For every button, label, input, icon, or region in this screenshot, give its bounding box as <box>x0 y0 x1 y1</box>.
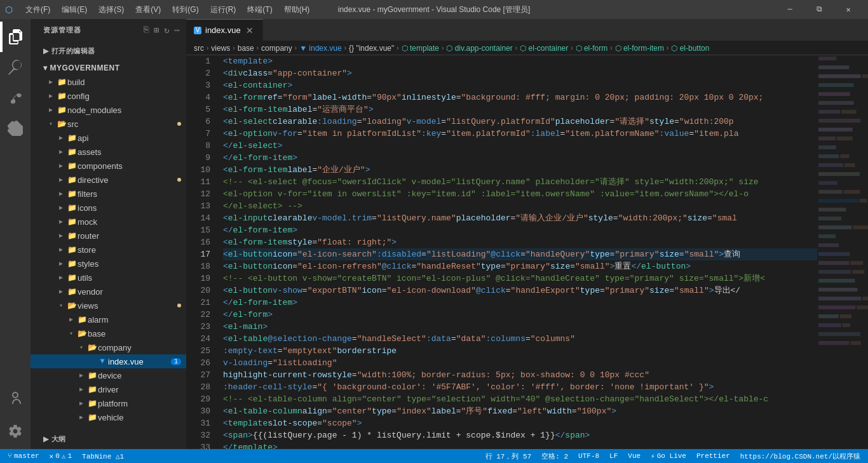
breadcrumb-template[interactable]: ⬡ template <box>402 44 439 53</box>
warning-icon: ⚠ <box>62 452 66 460</box>
tree-item-alarm[interactable]: ▶ 📁 alarm <box>31 312 186 326</box>
refresh-icon[interactable]: ↻ <box>163 23 170 37</box>
breadcrumb-el-container[interactable]: ⬡ el-container <box>520 44 568 53</box>
tree-item-components[interactable]: ▶ 📁 components <box>31 159 186 173</box>
tree-label: utils <box>78 273 92 283</box>
tree-item-directive[interactable]: ▶ 📁 directive <box>31 173 186 187</box>
tree-label: node_modules <box>67 105 121 115</box>
menu-select[interactable]: 选择(S) <box>93 3 129 17</box>
activity-search[interactable] <box>0 52 31 83</box>
menu-terminal[interactable]: 终端(T) <box>242 3 277 17</box>
activity-extensions[interactable] <box>0 113 31 144</box>
tree-label: views <box>78 301 98 311</box>
encoding[interactable]: UTF-8 <box>576 449 602 463</box>
errors-count[interactable]: ✕ 0 ⚠ 1 <box>47 449 74 463</box>
tree-item-company[interactable]: ▾ 📂 company <box>31 340 186 354</box>
activity-source-control[interactable] <box>0 83 31 113</box>
editor-area: V index.vue ✕ src › views › base › compa… <box>186 19 868 449</box>
tree-item-styles[interactable]: ▶ 📁 styles <box>31 257 186 271</box>
tree-item-icons[interactable]: ▶ 📁 icons <box>31 201 186 215</box>
activity-account[interactable] <box>0 383 31 413</box>
tree-item-src[interactable]: ▾ 📂 src <box>31 117 186 131</box>
language-mode[interactable]: Vue <box>625 449 643 463</box>
window-controls: ─ ⧉ ✕ <box>775 0 863 19</box>
tabnine-status[interactable]: TabNine △1 <box>79 449 126 463</box>
code-content[interactable]: <template> <div class="app-container"> <… <box>218 55 817 449</box>
go-live[interactable]: ⚡ Go Live <box>648 449 689 463</box>
minimize-button[interactable]: ─ <box>775 0 804 19</box>
title-bar: ⬡ 文件(F) 编辑(E) 选择(S) 查看(V) 转到(G) 运行(R) 终端… <box>0 0 868 19</box>
code-line-19: <!-- <el-button v-show="createBTN" icon=… <box>223 272 817 285</box>
collapse-icon[interactable]: ⋯ <box>173 23 181 37</box>
breadcrumb-vuefile[interactable]: ▼ index.vue <box>299 44 342 53</box>
tree-item-router[interactable]: ▶ 📁 router <box>31 229 186 243</box>
new-folder-icon[interactable]: ⊞ <box>153 23 160 37</box>
activity-explorer[interactable] <box>0 22 31 52</box>
tab-index-vue[interactable]: V index.vue ✕ <box>186 19 263 41</box>
go-live-label: Go Live <box>657 452 686 460</box>
tree-item-mock[interactable]: ▶ 📁 mock <box>31 215 186 229</box>
breadcrumb-views[interactable]: views <box>211 44 230 53</box>
tree-item-store[interactable]: ▶ 📁 store <box>31 243 186 257</box>
tree-item-device[interactable]: ▶ 📁 device <box>31 368 186 382</box>
tree-item-platform[interactable]: ▶ 📁 platform <box>31 396 186 410</box>
tree-item-vehicle[interactable]: ▶ 📁 vehicle <box>31 410 186 424</box>
code-line-33: </template> <box>223 441 817 449</box>
cursor-position[interactable]: 行 17，列 57 <box>483 449 534 463</box>
code-line-5: <el-form-item label="运营商平台"> <box>223 104 817 116</box>
menu-run[interactable]: 运行(R) <box>205 3 241 17</box>
folder-icon: 📁 <box>66 133 78 143</box>
menu-goto[interactable]: 转到(G) <box>167 3 203 17</box>
menu-edit[interactable]: 编辑(E) <box>57 3 92 17</box>
breadcrumb-el-button[interactable]: ⬡ el-button <box>671 44 709 53</box>
menu-help[interactable]: 帮助(H) <box>279 3 315 17</box>
tree-item-vendor[interactable]: ▶ 📁 vendor <box>31 285 186 299</box>
tab-close-button[interactable]: ✕ <box>245 25 255 36</box>
tree-item-api[interactable]: ▶ 📁 api <box>31 131 186 145</box>
code-line-28: :header-cell-style="{ 'background-color'… <box>223 381 817 393</box>
sidebar-content: ▶ 打开的编辑器 ▾ MYGOVERNMENT ▶ 📁 build ▶ 📁 co… <box>31 41 186 449</box>
folder-open-icon: 📂 <box>66 301 78 311</box>
maximize-button[interactable]: ⧉ <box>804 0 834 19</box>
tree-label: store <box>78 245 96 255</box>
sidebar-header: 资源管理器 ⎘ ⊞ ↻ ⋯ <box>31 19 186 41</box>
breadcrumb-div[interactable]: ⬡ div.app-container <box>446 44 513 53</box>
menu-view[interactable]: 查看(V) <box>130 3 166 17</box>
breadcrumb-company[interactable]: company <box>261 44 292 53</box>
activity-settings[interactable] <box>0 416 31 446</box>
tree-item-index-vue[interactable]: ▶ ▼ index.vue 1 <box>31 354 186 368</box>
breadcrumb-el-form-item[interactable]: ⬡ el-form-item <box>615 44 664 53</box>
line-ending[interactable]: LF <box>607 449 620 463</box>
open-editors-section[interactable]: ▶ 打开的编辑器 <box>31 41 186 58</box>
prettier[interactable]: Prettier <box>694 449 733 463</box>
git-branch[interactable]: ⑂ master <box>5 449 42 463</box>
tree-item-build[interactable]: ▶ 📁 build <box>31 75 186 89</box>
code-line-13: </el-select> --> <box>223 200 817 212</box>
tree-item-config[interactable]: ▶ 📁 config <box>31 89 186 103</box>
tree-item-views[interactable]: ▾ 📂 views <box>31 299 186 312</box>
folder-icon: 📁 <box>66 231 78 241</box>
project-section[interactable]: ▾ MYGOVERNMENT <box>31 58 186 75</box>
close-button[interactable]: ✕ <box>834 0 863 19</box>
indent-spaces[interactable]: 空格: 2 <box>539 449 571 463</box>
new-file-icon[interactable]: ⎘ <box>142 23 150 37</box>
breadcrumb-el-form[interactable]: ⬡ el-form <box>576 44 608 53</box>
tree-item-driver[interactable]: ▶ 📁 driver <box>31 382 186 396</box>
outline-section[interactable]: ▶ 大纲 <box>31 429 186 446</box>
tree-item-utils[interactable]: ▶ 📁 utils <box>31 271 186 285</box>
tree-item-assets[interactable]: ▶ 📁 assets <box>31 145 186 159</box>
tree-item-base[interactable]: ▾ 📂 base <box>31 326 186 340</box>
breadcrumb-base[interactable]: base <box>238 44 254 53</box>
folder-icon: 📁 <box>66 203 78 213</box>
menu-file[interactable]: 文件(F) <box>20 3 55 17</box>
code-line-10: <el-form-item label="企业/业户"> <box>223 164 817 176</box>
csdn-url[interactable]: https://blog.CSDN.net/以程序猿 <box>738 449 863 463</box>
breadcrumb-scope[interactable]: {} "index.vue" <box>349 44 394 53</box>
tree-item-node-modules[interactable]: ▶ 📁 node_modules <box>31 103 186 117</box>
error-icon: ✕ <box>50 452 54 460</box>
tree-item-filters[interactable]: ▶ 📁 filters <box>31 187 186 201</box>
breadcrumb-src[interactable]: src <box>194 44 204 53</box>
project-arrow: ▾ <box>43 64 48 72</box>
folder-icon: 📁 <box>66 147 78 157</box>
code-line-6: <el-select clearable :loading="loading" … <box>223 116 817 128</box>
